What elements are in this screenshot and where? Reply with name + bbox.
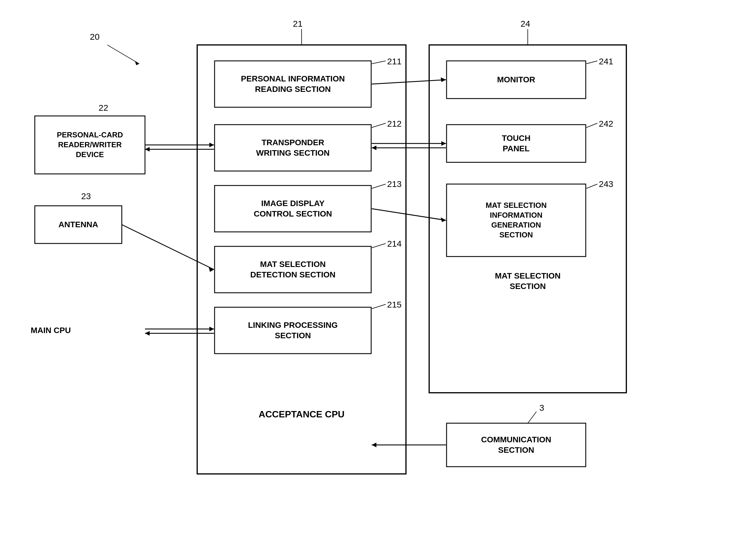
svg-marker-30 bbox=[441, 141, 446, 146]
ref-242: 242 bbox=[599, 119, 613, 129]
svg-line-40 bbox=[372, 244, 386, 248]
antenna-label: ANTENNA bbox=[35, 206, 122, 244]
monitor-label: MONITOR bbox=[447, 61, 586, 98]
image-display-label: IMAGE DISPLAYCONTROL SECTION bbox=[215, 185, 371, 232]
ref-243: 243 bbox=[599, 179, 613, 189]
ref-21: 21 bbox=[293, 19, 302, 29]
diagram: 20 21 24 211 212 213 214 215 241 242 243… bbox=[0, 0, 749, 560]
svg-marker-34 bbox=[441, 217, 446, 222]
main-cpu-label: MAIN CPU bbox=[15, 322, 87, 339]
svg-line-33 bbox=[372, 209, 446, 220]
svg-marker-36 bbox=[372, 443, 377, 447]
ref-23: 23 bbox=[81, 191, 91, 201]
svg-line-27 bbox=[372, 80, 446, 84]
ref-213: 213 bbox=[387, 179, 402, 189]
svg-line-45 bbox=[528, 411, 536, 423]
svg-line-37 bbox=[372, 61, 386, 64]
transponder-label: TRANSPONDERWRITING SECTION bbox=[215, 125, 371, 171]
ref-24: 24 bbox=[520, 19, 530, 29]
svg-line-44 bbox=[586, 184, 597, 188]
svg-marker-3 bbox=[135, 61, 139, 65]
svg-line-38 bbox=[372, 123, 386, 128]
ref-3: 3 bbox=[539, 403, 544, 413]
communication-label: COMMUNICATIONSECTION bbox=[447, 423, 586, 467]
ref-214: 214 bbox=[387, 239, 402, 249]
ref-211: 211 bbox=[387, 57, 402, 66]
touch-panel-label: TOUCHPANEL bbox=[447, 125, 586, 162]
ref-215: 215 bbox=[387, 300, 402, 310]
svg-line-41 bbox=[372, 304, 386, 309]
svg-marker-32 bbox=[372, 145, 377, 150]
svg-marker-22 bbox=[209, 267, 214, 272]
svg-marker-28 bbox=[441, 77, 446, 82]
svg-line-42 bbox=[586, 61, 597, 64]
svg-line-43 bbox=[586, 123, 597, 128]
mat-selection-detect-label: MAT SELECTIONDETECTION SECTION bbox=[215, 246, 371, 293]
personal-card-label: PERSONAL-CARDREADER/WRITERDEVICE bbox=[35, 116, 145, 174]
mat-selection-section-label: MAT SELECTIONSECTION bbox=[429, 270, 626, 293]
ref-20: 20 bbox=[90, 32, 100, 42]
acceptance-cpu-label: ACCEPTANCE CPU bbox=[197, 400, 406, 429]
arrows-svg bbox=[0, 0, 749, 560]
linking-label: LINKING PROCESSINGSECTION bbox=[215, 307, 371, 354]
mat-selection-info-label: MAT SELECTIONINFORMATIONGENERATIONSECTIO… bbox=[447, 184, 586, 256]
svg-marker-24 bbox=[209, 327, 214, 331]
ref-241: 241 bbox=[599, 57, 613, 66]
svg-line-2 bbox=[107, 45, 139, 64]
ref-212: 212 bbox=[387, 119, 402, 129]
personal-info-label: PERSONAL INFORMATIONREADING SECTION bbox=[215, 61, 371, 107]
svg-line-21 bbox=[122, 225, 214, 270]
svg-marker-18 bbox=[209, 142, 214, 147]
ref-22: 22 bbox=[99, 103, 108, 113]
svg-line-39 bbox=[372, 184, 386, 188]
svg-marker-20 bbox=[145, 147, 150, 152]
svg-marker-26 bbox=[145, 331, 150, 336]
